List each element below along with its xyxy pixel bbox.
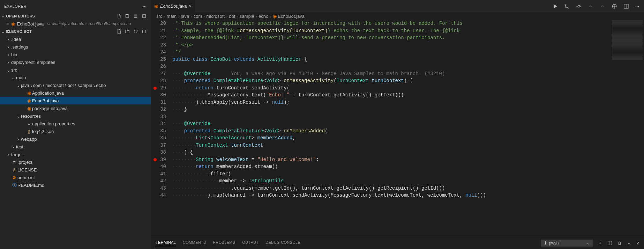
folder-item[interactable]: ›test	[0, 143, 151, 151]
open-editors-header[interactable]: ⌄ OPEN EDITORS	[0, 12, 151, 20]
code-line[interactable]: ·*·#onMembersAdded(List,·TurnContext)}·w…	[172, 34, 644, 42]
code-line[interactable]: ····}	[172, 106, 644, 113]
code-line[interactable]: ········List<ChannelAccount>·membersAdde…	[172, 134, 644, 142]
folder-item[interactable]: ⌄main	[0, 74, 151, 81]
line-number[interactable]: 38	[151, 149, 166, 156]
git-commit-icon[interactable]	[576, 3, 582, 9]
line-number[interactable]: 41	[151, 170, 166, 178]
file-item[interactable]: ◉package-info.java	[0, 104, 151, 112]
breadcrumb-item[interactable]: src	[156, 14, 162, 19]
code-editor[interactable]: 2021222324252627282930313233343536373839…	[151, 20, 644, 237]
breadcrumb-item[interactable]: bot	[229, 14, 235, 19]
panel-tab-output[interactable]: OUTPUT	[242, 240, 259, 246]
line-number[interactable]: 37	[151, 142, 166, 149]
line-number[interactable]: 31	[151, 99, 166, 106]
compare-branches-icon[interactable]	[564, 3, 570, 9]
line-number[interactable]: 44	[151, 192, 166, 199]
new-file-icon[interactable]	[117, 14, 121, 19]
file-item[interactable]: ⚙pom.xml	[0, 174, 151, 181]
code-line[interactable]: public·class·EchoBot·extends·ActivityHan…	[172, 56, 644, 63]
code-line[interactable]: ····protected·CompletableFuture<Void>·on…	[172, 77, 644, 85]
code-line[interactable]: ·*·</p>	[172, 42, 644, 49]
breadcrumb-item[interactable]: ◉ EchoBot.java	[273, 14, 305, 19]
minimap[interactable]	[611, 20, 644, 195]
line-number[interactable]: 39	[151, 156, 166, 163]
breakpoint-icon[interactable]	[153, 158, 157, 161]
line-number[interactable]: 35	[151, 127, 166, 135]
folder-item[interactable]: ⌄resources	[0, 112, 151, 120]
code-line[interactable]: ········return membersAdded.stream()	[172, 163, 644, 170]
line-number[interactable]: 40	[151, 163, 166, 170]
prev-change-icon[interactable]	[588, 3, 593, 9]
folder-item[interactable]: ›.idea	[0, 35, 151, 43]
collapse-icon[interactable]	[133, 14, 138, 19]
folder-item[interactable]: ›target	[0, 151, 151, 158]
new-file-icon[interactable]	[117, 29, 121, 34]
breadcrumbs[interactable]: src›main›java›com›microsoft›bot›sample›e…	[151, 12, 644, 20]
folder-item[interactable]: ›bin	[0, 51, 151, 58]
code-line[interactable]: ····@Override You, a week ago via PR #32…	[172, 70, 644, 78]
panel-tab-terminal[interactable]: TERMINAL	[156, 240, 176, 246]
file-item[interactable]: §LICENSE	[0, 166, 151, 174]
file-item[interactable]: ◉EchoBot.java	[0, 97, 151, 104]
folder-item[interactable]: ⌄java \ com \ microsoft \ bot \ sample \…	[0, 81, 151, 89]
trash-icon[interactable]	[617, 241, 622, 246]
split-terminal-icon[interactable]	[607, 241, 612, 246]
code-line[interactable]: ········String·welcomeText = "Hello and …	[172, 156, 644, 163]
code-line[interactable]: ·*·sample,·the·{@link·#onMessageActivity…	[172, 27, 644, 35]
close-all-icon[interactable]	[142, 14, 147, 19]
new-terminal-icon[interactable]: ＋	[598, 240, 602, 246]
panel-tab-problems[interactable]: PROBLEMS	[213, 240, 235, 246]
folder-item[interactable]: ⌄src	[0, 66, 151, 74]
line-number[interactable]: 20	[151, 20, 166, 27]
file-item[interactable]: ◉Application.java	[0, 89, 151, 97]
collapse-all-icon[interactable]	[142, 29, 147, 34]
line-number[interactable]: 25	[151, 56, 166, 63]
code-line[interactable]: ·*/	[172, 49, 644, 56]
file-tree[interactable]: ›.idea›.settings›bin›deploymentTemplates…	[0, 35, 151, 249]
folder-item[interactable]: ›deploymentTemplates	[0, 58, 151, 66]
code-line[interactable]: ············).map(channel -> turnContext…	[172, 192, 644, 199]
breakpoint-icon[interactable]	[153, 87, 157, 90]
next-change-icon[interactable]	[600, 3, 605, 9]
code-line[interactable]: ········).thenApply(sendResult -> null);	[172, 99, 644, 106]
panel-tab-debug-console[interactable]: DEBUG CONSOLE	[265, 240, 300, 246]
more-icon[interactable]: ···	[143, 4, 147, 8]
code-line[interactable]: ····protected·CompletableFuture<Void>·on…	[172, 127, 644, 135]
breadcrumb-item[interactable]: echo	[259, 14, 268, 19]
line-number[interactable]: 27	[151, 70, 166, 78]
code-line[interactable]: ········return turnContext.sendActivity(	[172, 85, 644, 92]
line-number[interactable]: 32	[151, 106, 166, 113]
line-number[interactable]: 26	[151, 63, 166, 70]
code-line[interactable]: ················member -> !StringUtils	[172, 177, 644, 185]
line-number[interactable]: 36	[151, 134, 166, 142]
new-folder-icon[interactable]	[125, 29, 130, 34]
breadcrumb-item[interactable]: com	[193, 14, 202, 19]
breadcrumb-item[interactable]: main	[167, 14, 177, 19]
split-editor-icon[interactable]	[623, 3, 629, 9]
chevron-up-icon[interactable]: ︿	[627, 240, 631, 246]
line-number[interactable]: 42	[151, 177, 166, 185]
close-icon[interactable]: ×	[6, 21, 9, 27]
save-all-icon[interactable]	[125, 14, 130, 19]
code-line[interactable]: ····)·{	[172, 149, 644, 156]
line-number[interactable]: 21	[151, 27, 166, 35]
terminal-select[interactable]: 1: pwsh ⌄	[541, 240, 593, 247]
folder-item[interactable]: ›webapp	[0, 135, 151, 143]
line-number[interactable]: 23	[151, 42, 166, 49]
breadcrumb-item[interactable]: microsoft	[206, 14, 225, 19]
project-header[interactable]: ⌄ 02.ECHO-BOT	[0, 28, 151, 35]
code-content[interactable]: ·*·This·is·where·application·specific·lo…	[172, 20, 644, 237]
code-line[interactable]	[172, 113, 644, 120]
code-line[interactable]: ············MessageFactory.text("Echo: "…	[172, 91, 644, 99]
line-number[interactable]: 33	[151, 113, 166, 120]
file-item[interactable]: ≡.project	[0, 158, 151, 166]
line-gutter[interactable]: 2021222324252627282930313233343536373839…	[151, 20, 172, 237]
code-line[interactable]: ····················.equals(member.getId…	[172, 185, 644, 192]
tab-echobot[interactable]: ◉ EchoBot.java ×	[151, 0, 195, 12]
open-preview-icon[interactable]	[612, 3, 617, 9]
folder-item[interactable]: ›.settings	[0, 43, 151, 51]
breadcrumb-item[interactable]: sample	[240, 14, 254, 19]
close-panel-icon[interactable]: ×	[636, 241, 639, 246]
line-number[interactable]: 43	[151, 185, 166, 192]
